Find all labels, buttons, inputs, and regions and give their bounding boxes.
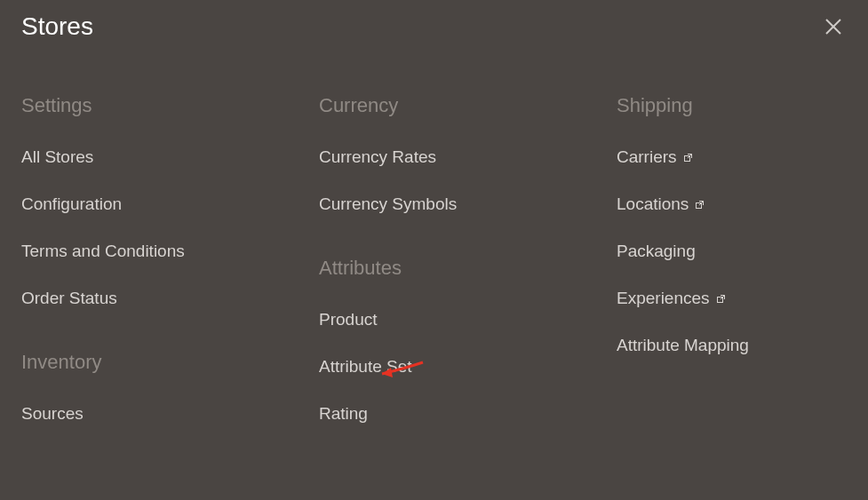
menu-item-locations[interactable]: Locations xyxy=(617,194,749,214)
menu-item-label: Currency Symbols xyxy=(319,194,457,214)
menu-item-label: Order Status xyxy=(21,289,117,308)
section-heading-settings: Settings xyxy=(21,94,319,117)
column-3: Shipping Carriers Locations Packaging Ex… xyxy=(617,94,749,466)
menu-item-order-status[interactable]: Order Status xyxy=(21,289,319,308)
menu-item-label: Product xyxy=(319,310,377,329)
menu-item-currency-rates[interactable]: Currency Rates xyxy=(319,147,617,167)
column-1: Settings All Stores Configuration Terms … xyxy=(21,94,319,466)
menu-item-label: Attribute Mapping xyxy=(617,336,749,355)
menu-item-carriers[interactable]: Carriers xyxy=(617,147,749,167)
menu-item-label: Locations xyxy=(617,194,689,214)
section-heading-currency: Currency xyxy=(319,94,617,117)
section-heading-inventory: Inventory xyxy=(21,351,319,374)
menu-item-label: Configuration xyxy=(21,194,122,214)
menu-item-label: Sources xyxy=(21,404,84,424)
menu-item-packaging[interactable]: Packaging xyxy=(617,242,749,261)
page-title: Stores xyxy=(21,12,93,41)
section-currency: Currency Currency Rates Currency Symbols xyxy=(319,94,617,214)
section-shipping: Shipping Carriers Locations Packaging Ex… xyxy=(617,94,749,355)
menu-item-label: Experiences xyxy=(617,289,710,308)
close-button[interactable] xyxy=(820,13,847,40)
close-icon xyxy=(824,17,843,36)
section-heading-attributes: Attributes xyxy=(319,257,617,280)
menu-item-attribute-mapping[interactable]: Attribute Mapping xyxy=(617,336,749,355)
menu-item-terms-and-conditions[interactable]: Terms and Conditions xyxy=(21,242,319,261)
menu-item-label: Packaging xyxy=(617,242,696,261)
menu-item-product[interactable]: Product xyxy=(319,310,617,329)
menu-item-label: All Stores xyxy=(21,147,93,167)
external-link-icon xyxy=(717,295,725,303)
menu-item-all-stores[interactable]: All Stores xyxy=(21,147,319,167)
menu-item-configuration[interactable]: Configuration xyxy=(21,194,319,214)
section-heading-shipping: Shipping xyxy=(617,94,749,117)
menu-item-label: Attribute Set xyxy=(319,357,412,377)
menu-item-attribute-set[interactable]: Attribute Set xyxy=(319,357,617,377)
menu-item-label: Currency Rates xyxy=(319,147,436,167)
section-attributes: Attributes Product Attribute Set Rating xyxy=(319,257,617,424)
menu-item-label: Rating xyxy=(319,404,368,424)
external-link-icon xyxy=(696,201,704,209)
menu-item-label: Terms and Conditions xyxy=(21,242,185,261)
menu-item-rating[interactable]: Rating xyxy=(319,404,617,424)
menu-item-sources[interactable]: Sources xyxy=(21,404,319,424)
menu-item-currency-symbols[interactable]: Currency Symbols xyxy=(319,194,617,214)
section-inventory: Inventory Sources xyxy=(21,351,319,424)
menu-item-experiences[interactable]: Experiences xyxy=(617,289,749,308)
section-settings: Settings All Stores Configuration Terms … xyxy=(21,94,319,308)
menu-item-label: Carriers xyxy=(617,147,677,167)
external-link-icon xyxy=(684,154,692,162)
column-2: Currency Currency Rates Currency Symbols… xyxy=(319,94,617,466)
menu-columns: Settings All Stores Configuration Terms … xyxy=(0,41,868,466)
